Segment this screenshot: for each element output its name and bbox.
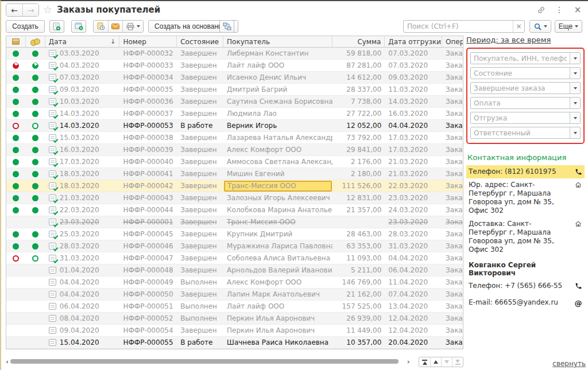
search-input[interactable] bbox=[404, 21, 513, 32]
copy-document-button[interactable] bbox=[49, 20, 64, 33]
cell-sum: 11 449,00 bbox=[346, 326, 381, 334]
table-row[interactable]: 04.03.2020НФФР-000033ЗавершенЛайт лайф О… bbox=[6, 60, 463, 72]
hscroll-right-icon[interactable] bbox=[408, 360, 410, 364]
table-row[interactable]: 23.03.2020НФФР-000001ЗавершенТранс-Мисси… bbox=[6, 216, 463, 228]
table-row[interactable]: 03.03.2020НФФР-000032ЗавершенЛиберман Ко… bbox=[6, 48, 463, 60]
column-ship-date[interactable]: Дата отгрузки bbox=[385, 36, 442, 47]
page-down-button[interactable] bbox=[441, 357, 452, 367]
contact-delivery-address-row[interactable]: Доставка: Санкт-Петербург г, Маршала Гов… bbox=[466, 217, 585, 256]
column-customer[interactable]: Покупатель bbox=[223, 36, 332, 47]
package-icon bbox=[12, 38, 20, 45]
filter-payment-dropdown[interactable] bbox=[570, 98, 580, 108]
create-group-button[interactable] bbox=[71, 20, 86, 33]
cell-ship: 17.03.2020 bbox=[388, 146, 428, 154]
period-link[interactable]: Период: за все время bbox=[466, 36, 551, 44]
shipment-status-icon bbox=[32, 171, 38, 177]
phone-icon bbox=[573, 168, 583, 176]
table-row[interactable]: 25.03.2020НФФР-000045ЗавершенКрупник Дми… bbox=[6, 228, 463, 240]
table-row[interactable]: 22.03.2020НФФР-000044ЗавершенКолобкова М… bbox=[6, 204, 463, 216]
cell-sum: 12 831,00 bbox=[346, 194, 381, 202]
table-row[interactable]: 21.03.2020НФФР-000043ЗавершенЗалозных Иг… bbox=[6, 192, 463, 204]
related-documents-button[interactable] bbox=[219, 20, 234, 33]
close-icon[interactable]: × bbox=[573, 5, 582, 14]
horizontal-scrollbar[interactable] bbox=[10, 359, 399, 364]
table-row[interactable]: 09.03.2020НФФР-000035ЗавершенДмитрий Баг… bbox=[6, 84, 463, 96]
filter-customer-input[interactable] bbox=[471, 53, 570, 64]
link-icon[interactable] bbox=[536, 5, 546, 14]
contact-info-header: Контактная информация bbox=[467, 153, 585, 162]
cell-customer: Лайт лайф ООО bbox=[227, 61, 284, 69]
table-row[interactable]: 07.03.2020НФФР-000034ЗавершенИсаенко Ден… bbox=[6, 72, 463, 84]
table-row[interactable]: 31.03.2020НФФР-000047ЗавершенСоболева Ал… bbox=[6, 252, 463, 264]
filter-payment-input[interactable] bbox=[471, 98, 570, 108]
table-row[interactable]: 09.04.2020НФФР-000054ЗавершенПеркин Илья… bbox=[6, 325, 463, 337]
column-sum[interactable]: Сумма bbox=[332, 36, 385, 47]
cell-date: 17.03.2020 bbox=[60, 158, 99, 166]
table-row[interactable]: 16.03.2020НФФР-000039ЗавершенАлекс Комфо… bbox=[6, 144, 463, 156]
filter-completion-dropdown[interactable] bbox=[570, 83, 580, 94]
column-status[interactable]: Состояние bbox=[177, 36, 223, 47]
contact-phone-row[interactable]: Телефон: (812) 6101975 bbox=[466, 165, 585, 178]
cell-customer: Алекс Комфорт ООО bbox=[227, 278, 301, 286]
document-clock-icon bbox=[97, 22, 105, 30]
table-row[interactable]: 08.04.2020НФФР-000052ВыполненПеркин Илья… bbox=[6, 313, 463, 325]
table-row[interactable]: 04.04.2020НФФР-000050ЗавершенЛапин Марк … bbox=[6, 289, 463, 301]
contact-legal-address-row[interactable]: Юр. адрес: Санкт-Петербург г, Маршала Го… bbox=[466, 178, 585, 217]
cell-date: 16.03.2020 bbox=[60, 146, 99, 154]
page-up-button[interactable] bbox=[430, 357, 441, 367]
filter-status-dropdown[interactable] bbox=[570, 68, 580, 79]
filter-responsible-input[interactable] bbox=[471, 127, 570, 138]
shipment-status-icon bbox=[32, 231, 38, 237]
document-icon bbox=[49, 291, 56, 298]
cell-sum: 12 052,00 bbox=[346, 122, 381, 130]
filter-customer-dropdown[interactable] bbox=[570, 53, 580, 64]
table-row[interactable]: 04.04.2020НФФР-000049ВыполненАлекс Комфо… bbox=[6, 276, 463, 289]
column-operation[interactable]: Опера bbox=[442, 36, 463, 47]
filter-shipment-input[interactable] bbox=[471, 112, 570, 123]
cell-sum: 21 162,00 bbox=[346, 290, 381, 298]
payment-status-icon bbox=[13, 87, 19, 93]
table-row[interactable]: 18.03.2020НФФР-000042ЗавершенТранс-Мисси… bbox=[6, 180, 463, 192]
more-button[interactable]: Еще bbox=[555, 20, 582, 33]
cell-ship: 21.03.2020 bbox=[388, 158, 428, 166]
column-payment-indicator[interactable] bbox=[6, 36, 26, 47]
manager-email-text: E-mail: 66655@yandex.ru bbox=[469, 298, 573, 307]
print-button[interactable] bbox=[122, 21, 143, 32]
send-email-button[interactable] bbox=[108, 21, 122, 32]
posted-document-icon bbox=[49, 158, 56, 165]
manager-email-row[interactable]: E-mail: 66655@yandex.ru @ bbox=[466, 296, 585, 310]
manager-phone-row[interactable]: Телефон: +7 (565) 666-55 bbox=[466, 279, 585, 293]
table-row[interactable]: 10.03.2020НФФР-000036ЗавершенСаутина Сне… bbox=[6, 96, 463, 108]
column-date[interactable]: Дата ↓ bbox=[45, 36, 120, 47]
more-actions-icon[interactable]: ⋮ bbox=[555, 5, 564, 14]
table-row[interactable]: 14.03.2020НФФР-000037ЗавершенЛюдмила Лао… bbox=[6, 108, 463, 120]
table-row[interactable]: 18.03.2020НФФР-000041ЗавершенМишин Евген… bbox=[6, 168, 463, 180]
create-button[interactable]: Создать bbox=[6, 20, 45, 33]
search-clear-icon[interactable]: × bbox=[513, 21, 524, 32]
forward-button[interactable]: → bbox=[22, 4, 38, 16]
collapse-panel-link[interactable]: свернуть bbox=[552, 360, 586, 368]
column-money-indicator[interactable] bbox=[26, 36, 45, 47]
filter-shipment-dropdown[interactable] bbox=[570, 112, 580, 123]
table-row[interactable]: 28.03.2020НФФР-000046ЗавершенМуражкина Л… bbox=[6, 240, 463, 252]
table-row[interactable]: 06.04.2020НФФР-000051ВыполненЛайт лайф О… bbox=[6, 301, 463, 313]
cell-number: НФФР-000039 bbox=[123, 146, 173, 154]
search-button[interactable] bbox=[530, 21, 551, 32]
column-number[interactable]: Номер bbox=[119, 36, 177, 47]
filter-status-input[interactable] bbox=[471, 68, 570, 79]
table-row[interactable]: 01.04.2020НФФР-000048ЗавершенАрнольдов В… bbox=[6, 264, 463, 276]
table-row[interactable]: 17.03.2020НФФР-000040ЗавершенАммосова Св… bbox=[6, 156, 463, 168]
table-row[interactable]: 15.03.2020НФФР-000038ЗавершенЛазарева На… bbox=[6, 132, 463, 144]
table-row[interactable]: 14.03.2020НФФР-000053В работеВерник Игор… bbox=[6, 120, 463, 132]
go-to-first-button[interactable] bbox=[419, 357, 430, 367]
cell-sum: 63 353,00 bbox=[346, 242, 381, 250]
filter-responsible-dropdown[interactable] bbox=[570, 127, 580, 138]
filter-completion-input[interactable] bbox=[471, 83, 570, 94]
hscroll-left-icon[interactable] bbox=[6, 360, 8, 364]
deferred-document-button[interactable] bbox=[94, 21, 108, 32]
back-button[interactable]: ← bbox=[6, 4, 22, 16]
focused-cell[interactable]: Транс-Миссия ООО bbox=[224, 181, 331, 192]
table-row[interactable]: 15.04.2020НФФР-000055В работеШачнева Раи… bbox=[6, 337, 463, 349]
go-to-last-button[interactable] bbox=[452, 357, 463, 367]
favorite-star-icon[interactable]: ☆ bbox=[43, 3, 52, 15]
